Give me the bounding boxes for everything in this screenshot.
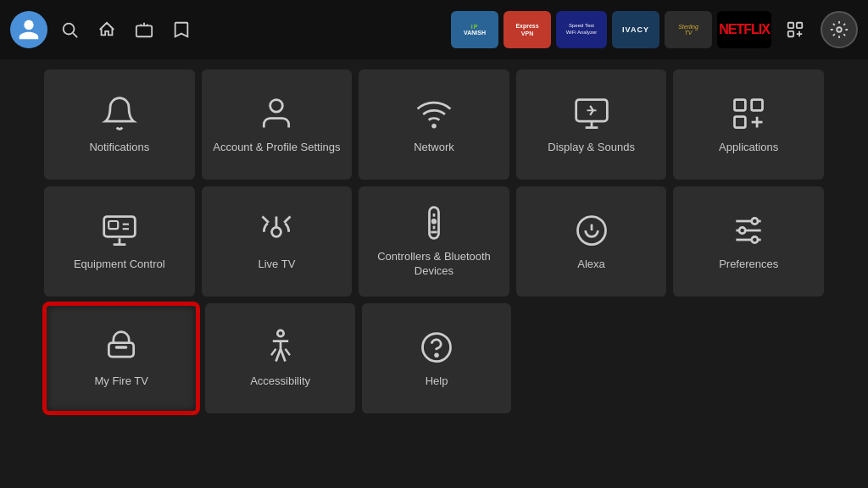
equipment-control-label: Equipment Control <box>74 258 165 272</box>
svg-rect-4 <box>797 23 802 28</box>
settings-gear-button[interactable] <box>821 11 858 48</box>
top-bar: IP VANISH ExpressVPN Speed TestWiFi Anal… <box>0 0 868 59</box>
home-icon[interactable] <box>92 14 122 45</box>
firetv-icon <box>103 329 140 366</box>
alexa-cell[interactable]: Alexa <box>516 186 667 297</box>
preferences-label: Preferences <box>719 258 778 272</box>
svg-rect-10 <box>735 99 746 110</box>
svg-rect-12 <box>735 116 746 127</box>
sterling-app[interactable]: SterlingTV <box>665 11 712 48</box>
accessibility-label: Accessibility <box>250 374 310 389</box>
help-icon <box>418 329 455 366</box>
my-fire-tv-label: My Fire TV <box>95 374 148 389</box>
svg-point-33 <box>277 330 283 336</box>
remote-icon <box>415 204 453 241</box>
person-icon <box>258 95 295 132</box>
network-cell[interactable]: Network <box>359 69 509 180</box>
speedtest-app[interactable]: Speed TestWiFi Analyzer <box>556 11 607 48</box>
svg-rect-14 <box>108 221 118 229</box>
tv-icon[interactable] <box>129 14 159 45</box>
accessibility-cell[interactable]: Accessibility <box>205 303 354 413</box>
expressvpn-app[interactable]: ExpressVPN <box>504 11 551 48</box>
bookmark-icon[interactable] <box>166 14 197 45</box>
alexa-icon <box>573 212 610 249</box>
svg-point-29 <box>739 227 745 233</box>
applications-cell[interactable]: Applications <box>673 69 824 180</box>
grid-row-2: Equipment Control Live TV Controllers & … <box>44 186 824 297</box>
svg-rect-32 <box>115 346 128 349</box>
applications-label: Applications <box>719 141 778 155</box>
svg-point-6 <box>837 27 842 32</box>
svg-line-35 <box>285 348 290 354</box>
svg-rect-11 <box>752 99 763 110</box>
empty-cell-1 <box>518 303 667 413</box>
live-tv-label: Live TV <box>258 258 295 272</box>
settings-grid: Notifications Account & Profile Settings… <box>0 59 868 424</box>
app-grid-button[interactable] <box>776 11 814 48</box>
monitor-icon <box>101 212 138 249</box>
ivacy-app[interactable]: IVACY <box>612 11 659 48</box>
search-icon[interactable] <box>54 14 85 45</box>
user-avatar[interactable] <box>10 11 47 48</box>
display-sounds-label: Display & Sounds <box>548 141 635 155</box>
alexa-label: Alexa <box>577 258 605 272</box>
svg-rect-31 <box>109 342 134 357</box>
account-profile-label: Account & Profile Settings <box>213 141 340 155</box>
equipment-control-cell[interactable]: Equipment Control <box>44 186 195 297</box>
grid-row-1: Notifications Account & Profile Settings… <box>44 69 824 180</box>
network-label: Network <box>414 141 454 155</box>
ipvanish-app[interactable]: IP VANISH <box>451 11 498 48</box>
svg-point-17 <box>272 227 281 236</box>
display-icon <box>573 95 610 132</box>
svg-point-28 <box>752 218 758 224</box>
netflix-app[interactable]: NETFLIX <box>717 11 771 48</box>
notifications-cell[interactable]: Notifications <box>44 69 195 180</box>
grid-row-3: My Fire TV Accessibility Help <box>44 303 824 413</box>
account-profile-cell[interactable]: Account & Profile Settings <box>202 69 353 180</box>
controllers-bluetooth-label: Controllers & Bluetooth Devices <box>365 250 503 279</box>
svg-rect-3 <box>788 23 793 28</box>
antenna-icon <box>258 212 295 249</box>
sliders-icon <box>730 212 767 249</box>
controllers-bluetooth-cell[interactable]: Controllers & Bluetooth Devices <box>359 186 509 297</box>
bell-icon <box>101 95 138 132</box>
accessibility-icon <box>262 329 299 366</box>
display-sounds-cell[interactable]: Display & Sounds <box>516 69 667 180</box>
svg-point-0 <box>64 24 75 35</box>
svg-line-1 <box>73 33 77 37</box>
preferences-cell[interactable]: Preferences <box>673 186 824 297</box>
notifications-label: Notifications <box>89 141 149 155</box>
svg-point-7 <box>270 99 283 112</box>
svg-rect-5 <box>788 31 793 36</box>
svg-point-20 <box>432 219 436 223</box>
empty-cell-2 <box>675 303 824 413</box>
svg-line-34 <box>271 348 276 354</box>
svg-point-30 <box>752 236 758 242</box>
wifi-icon <box>415 95 453 132</box>
help-label: Help <box>426 374 448 389</box>
my-fire-tv-cell[interactable]: My Fire TV <box>44 303 198 413</box>
help-cell[interactable]: Help <box>362 303 511 413</box>
live-tv-cell[interactable]: Live TV <box>202 186 353 297</box>
app-shortcuts: IP VANISH ExpressVPN Speed TestWiFi Anal… <box>451 11 814 48</box>
apps-icon <box>730 95 767 132</box>
svg-rect-2 <box>136 25 152 36</box>
